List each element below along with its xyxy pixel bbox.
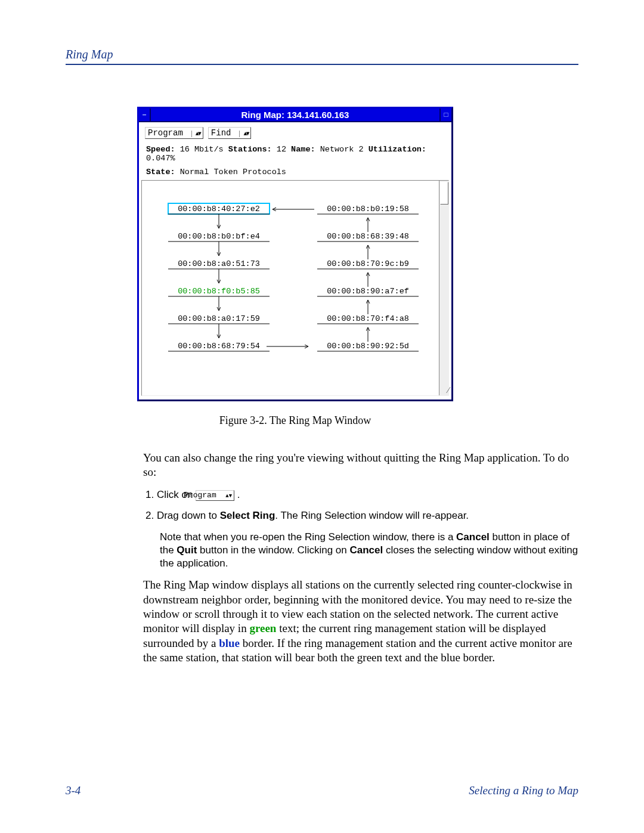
blue-text: blue — [219, 637, 240, 649]
titlebar[interactable]: – Ring Map: 134.141.60.163 □ — [139, 109, 451, 122]
page-number: 3-4 — [66, 784, 80, 797]
page-footer: 3-4 Selecting a Ring to Map — [66, 784, 578, 797]
green-text: green — [249, 622, 276, 634]
ring-diagram: 00:00:b8:40:27:e2 00:00:b8:b0:bf:e4 00:0… — [142, 181, 439, 395]
station-node[interactable]: 00:00:b8:f0:b5:85 — [168, 287, 270, 296]
svg-text:00:00:b8:68:79:54: 00:00:b8:68:79:54 — [178, 342, 260, 351]
station-node[interactable]: 00:00:b8:70:f4:a8 — [317, 314, 419, 324]
paragraph: You can also change the ring you're view… — [143, 451, 578, 480]
station-node[interactable]: 00:00:b8:b0:19:58 — [317, 205, 419, 214]
station-node[interactable]: 00:00:b8:68:79:54 — [168, 342, 270, 351]
station-node[interactable]: 00:00:b8:a0:51:73 — [168, 259, 270, 269]
svg-text:00:00:b8:a0:17:59: 00:00:b8:a0:17:59 — [178, 314, 260, 323]
ringmap-window: – Ring Map: 134.141.60.163 □ Program▲▼ F… — [137, 107, 453, 401]
station-node[interactable]: 00:00:b8:90:a7:ef — [317, 287, 419, 296]
svg-text:00:00:b8:70:9c:b9: 00:00:b8:70:9c:b9 — [327, 259, 409, 268]
footer-section: Selecting a Ring to Map — [469, 784, 578, 797]
program-menu[interactable]: Program▲▼ — [145, 127, 203, 139]
step-2-note: Note that when you re-open the Ring Sele… — [143, 531, 578, 569]
program-button-inline: Program ▲▼ — [196, 490, 234, 501]
system-menu-icon[interactable]: – — [139, 109, 151, 121]
menubar: Program▲▼ Find▲▼ — [139, 122, 451, 141]
figure-caption: Figure 3-2. The Ring Map Window — [137, 414, 453, 427]
running-header: Ring Map — [66, 48, 578, 65]
station-node[interactable]: 00:00:b8:90:92:5d — [317, 342, 419, 351]
resize-grip-icon[interactable]: ⁄ — [439, 386, 449, 395]
station-node[interactable]: 00:00:b8:70:9c:b9 — [317, 259, 419, 269]
maximize-icon[interactable]: □ — [439, 109, 451, 121]
scroll-thumb[interactable] — [440, 182, 448, 205]
svg-text:00:00:b8:f0:b5:85: 00:00:b8:f0:b5:85 — [178, 287, 260, 296]
station-node[interactable]: 00:00:b8:a0:17:59 — [168, 314, 270, 324]
step-1: 1. Click on Program ▲▼ . — [143, 488, 578, 501]
svg-text:00:00:b8:68:39:48: 00:00:b8:68:39:48 — [327, 232, 409, 241]
svg-text:00:00:b8:a0:51:73: 00:00:b8:a0:51:73 — [178, 259, 260, 268]
state-bar: State: Normal Token Protocols — [139, 164, 451, 178]
find-menu[interactable]: Find▲▼ — [208, 127, 252, 139]
svg-text:00:00:b8:40:27:e2: 00:00:b8:40:27:e2 — [178, 205, 260, 213]
svg-text:00:00:b8:90:92:5d: 00:00:b8:90:92:5d — [327, 342, 409, 351]
ring-canvas: 00:00:b8:40:27:e2 00:00:b8:b0:bf:e4 00:0… — [141, 180, 449, 396]
svg-text:00:00:b8:b0:19:58: 00:00:b8:b0:19:58 — [327, 205, 409, 213]
station-node[interactable]: 00:00:b8:68:39:48 — [317, 232, 419, 241]
vertical-scrollbar[interactable]: ⁄ — [439, 181, 449, 395]
paragraph: The Ring Map window displays all station… — [143, 578, 578, 665]
figure: – Ring Map: 134.141.60.163 □ Program▲▼ F… — [137, 107, 453, 427]
window-title: Ring Map: 134.141.60.163 — [242, 110, 349, 120]
station-node[interactable]: 00:00:b8:b0:bf:e4 — [168, 232, 270, 241]
dropdown-icon: ▲▼ — [239, 131, 248, 137]
svg-text:00:00:b8:70:f4:a8: 00:00:b8:70:f4:a8 — [327, 314, 409, 323]
station-node[interactable]: 00:00:b8:40:27:e2 — [168, 203, 270, 214]
dropdown-icon: ▲▼ — [191, 131, 200, 137]
body-text: You can also change the ring you're view… — [143, 451, 578, 665]
page: Ring Map – Ring Map: 134.141.60.163 □ Pr… — [0, 0, 644, 833]
svg-text:00:00:b8:b0:bf:e4: 00:00:b8:b0:bf:e4 — [178, 232, 260, 241]
svg-text:00:00:b8:90:a7:ef: 00:00:b8:90:a7:ef — [327, 287, 409, 296]
info-bar: Speed: 16 Mbit/s Stations: 12 Name: Netw… — [139, 141, 451, 164]
step-2: 2. Drag down to Select Ring. The Ring Se… — [143, 509, 578, 522]
